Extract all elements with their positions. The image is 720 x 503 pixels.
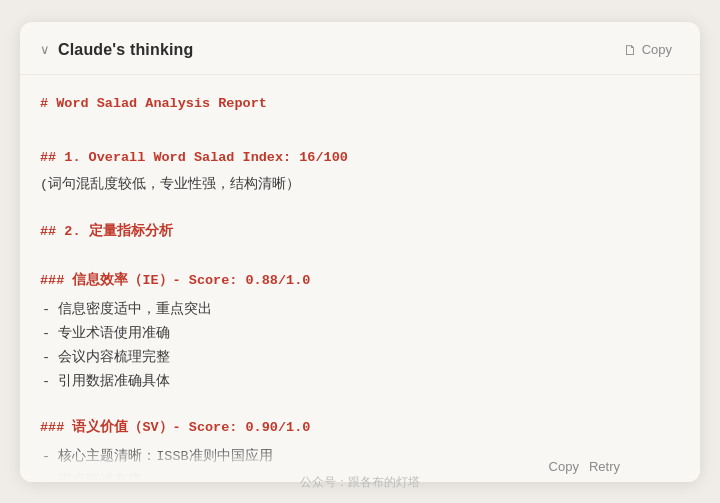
content-block: # Word Salad Analysis Report## 1. Overal…: [40, 93, 676, 482]
thinking-panel: ∨ Claude's thinking 🗋 Copy # Word Salad …: [20, 22, 700, 482]
content-line: (词句混乱度较低，专业性强，结构清晰）: [40, 174, 676, 197]
chevron-icon[interactable]: ∨: [40, 42, 50, 57]
bottom-copy-button[interactable]: Copy: [549, 459, 579, 474]
panel-title-row: ∨ Claude's thinking: [40, 41, 193, 59]
panel-body[interactable]: # Word Salad Analysis Report## 1. Overal…: [20, 75, 700, 482]
content-line: - 专业术语使用准确: [40, 323, 676, 346]
empty-line: [40, 395, 676, 403]
empty-line: [40, 125, 676, 133]
content-line: ### 语义价值（SV）- Score: 0.90/1.0: [40, 417, 676, 440]
content-line: ### 信息效率（IE）- Score: 0.88/1.0: [40, 270, 676, 293]
copy-retry-area: Copy Retry: [549, 459, 620, 474]
panel-header: ∨ Claude's thinking 🗋 Copy: [20, 22, 700, 75]
content-line: - 信息密度适中，重点突出: [40, 299, 676, 322]
content-line: ## 1. Overall Word Salad Index: 16/100: [40, 147, 676, 170]
content-line: ## 2. 定量指标分析: [40, 221, 676, 244]
empty-line: [40, 199, 676, 207]
empty-line: [40, 248, 676, 256]
bottom-retry-button[interactable]: Retry: [589, 459, 620, 474]
copy-button[interactable]: 🗋 Copy: [615, 38, 680, 62]
copy-icon: 🗋: [623, 42, 637, 58]
panel-title: Claude's thinking: [58, 41, 193, 59]
watermark-text: 公众号：跟各布的灯塔: [300, 475, 420, 489]
screen-watermark: 公众号：跟各布的灯塔: [300, 474, 420, 491]
copy-label: Copy: [642, 42, 672, 57]
content-line: - 会议内容梳理完整: [40, 347, 676, 370]
content-line: - 引用数据准确具体: [40, 371, 676, 394]
content-line: # Word Salad Analysis Report: [40, 93, 676, 116]
